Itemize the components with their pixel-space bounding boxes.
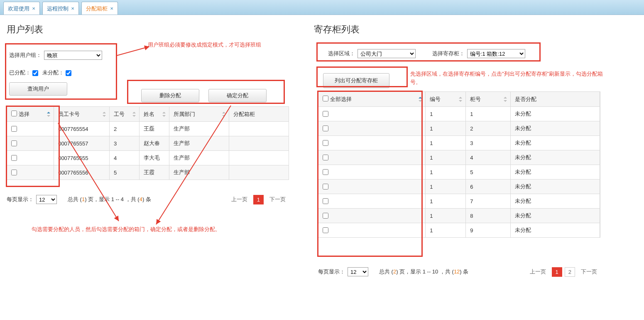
col-label: 工号 bbox=[114, 111, 125, 117]
annotation-text: 用户班组必须要修改成指定模式，才可选择班组 bbox=[148, 41, 261, 49]
cell-card: 0007765556 bbox=[54, 165, 110, 180]
select-all-checkbox[interactable] bbox=[11, 111, 17, 116]
row-checkbox[interactable] bbox=[323, 111, 328, 117]
col-select[interactable]: 选择 bbox=[7, 107, 54, 122]
locker-select[interactable]: 编号:1 箱数:12 bbox=[467, 49, 525, 58]
close-icon[interactable]: ✕ bbox=[71, 6, 74, 11]
user-table: 选择 员工卡号 工号 姓名 所属部门 分配箱柜 00077655542王磊生产部… bbox=[7, 106, 289, 180]
svg-line-0 bbox=[116, 47, 149, 56]
col-label: 编号 bbox=[430, 96, 441, 102]
cell-dept: 生产部 bbox=[169, 165, 229, 180]
tab-label: 欢迎使用 bbox=[8, 5, 29, 12]
next-page-button[interactable]: 下一页 bbox=[266, 194, 289, 204]
cell-serial: 1 bbox=[426, 165, 466, 180]
cell-assigned: 未分配 bbox=[510, 165, 600, 180]
row-checkbox[interactable] bbox=[323, 184, 328, 190]
col-serial[interactable]: 编号 bbox=[426, 92, 466, 107]
assigned-checkbox[interactable] bbox=[32, 70, 38, 76]
tab-label: 远程控制 bbox=[47, 5, 69, 12]
prev-page-button[interactable]: 上一页 bbox=[526, 267, 549, 277]
page-number-button[interactable]: 2 bbox=[565, 267, 575, 277]
tab-remote[interactable]: 远程控制 ✕ bbox=[42, 2, 79, 15]
col-assigned[interactable]: 是否分配 bbox=[510, 92, 600, 107]
row-checkbox[interactable] bbox=[323, 155, 328, 160]
cell-assigned: 未分配 bbox=[510, 180, 600, 194]
col-label: 所属部门 bbox=[174, 111, 195, 117]
table-row: 00077655554李大毛生产部 bbox=[7, 151, 289, 165]
cell-box: 8 bbox=[466, 209, 511, 223]
delete-assign-button[interactable]: 删除分配 bbox=[141, 89, 199, 102]
cell-locker bbox=[229, 122, 289, 136]
table-row: 18未分配 bbox=[318, 209, 600, 223]
user-list-title: 用户列表 bbox=[7, 23, 297, 36]
per-page-select[interactable]: 12 bbox=[36, 195, 57, 204]
per-page-label: 每页显示： bbox=[7, 196, 34, 203]
row-checkbox[interactable] bbox=[11, 126, 17, 132]
col-label: 是否分配 bbox=[515, 96, 536, 102]
user-group-select[interactable]: 晚班 bbox=[44, 51, 102, 60]
cell-serial: 1 bbox=[426, 180, 466, 194]
cell-dept: 生产部 bbox=[169, 151, 229, 165]
pager-summary: 总共 (1) 页，显示 1 -- 4 ，共 (4) 条 bbox=[68, 196, 151, 203]
table-row: 14未分配 bbox=[318, 150, 600, 165]
table-row: 00077655542王磊生产部 bbox=[7, 122, 289, 136]
col-dept[interactable]: 所属部门 bbox=[169, 107, 229, 122]
unassigned-checkbox[interactable] bbox=[66, 70, 71, 76]
col-label: 分配箱柜 bbox=[233, 111, 255, 117]
prev-page-button[interactable]: 上一页 bbox=[228, 194, 251, 204]
col-name[interactable]: 姓名 bbox=[139, 107, 169, 122]
locker-filter-group: 选择区域： 公司大门 选择寄存柜： 编号:1 箱数:12 bbox=[318, 43, 535, 67]
col-card[interactable]: 员工卡号 bbox=[54, 107, 110, 122]
cell-name: 王霞 bbox=[139, 165, 169, 180]
cell-serial: 1 bbox=[426, 194, 466, 209]
locker-list-title: 寄存柜列表 bbox=[314, 23, 638, 36]
row-checkbox[interactable] bbox=[323, 227, 328, 233]
cell-assigned: 未分配 bbox=[510, 107, 600, 121]
assign-actions-group: 删除分配 确定分配 bbox=[129, 81, 279, 110]
page-number-button[interactable]: 1 bbox=[552, 267, 562, 277]
select-all-checkbox[interactable] bbox=[323, 96, 328, 101]
table-row: 13未分配 bbox=[318, 136, 600, 150]
row-checkbox[interactable] bbox=[323, 126, 328, 131]
cell-workno: 3 bbox=[109, 136, 139, 151]
cell-serial: 1 bbox=[426, 136, 466, 150]
cell-name: 李大毛 bbox=[139, 151, 169, 165]
row-checkbox[interactable] bbox=[323, 169, 328, 175]
col-locker[interactable]: 分配箱柜 bbox=[229, 107, 289, 122]
list-assignable-button[interactable]: 列出可分配寄存柜 bbox=[323, 73, 389, 88]
col-label: 员工卡号 bbox=[58, 111, 80, 117]
table-row: 00077655565王霞生产部 bbox=[7, 165, 289, 180]
tab-label: 分配箱柜 bbox=[86, 5, 108, 12]
row-checkbox[interactable] bbox=[11, 170, 17, 175]
query-user-button[interactable]: 查询用户 bbox=[9, 82, 67, 96]
table-header-row: 全部选择 编号 柜号 是否分配 bbox=[318, 92, 600, 107]
row-checkbox[interactable] bbox=[323, 213, 328, 219]
tab-welcome[interactable]: 欢迎使用 ✕ bbox=[3, 2, 40, 15]
col-select-all[interactable]: 全部选择 bbox=[318, 92, 426, 107]
cell-name: 王磊 bbox=[139, 122, 169, 136]
next-page-button[interactable]: 下一页 bbox=[578, 267, 600, 277]
locker-table-wrap[interactable]: 全部选择 编号 柜号 是否分配 11未分配12未分配13未分配14未分配15未分… bbox=[318, 91, 600, 238]
cell-locker bbox=[229, 165, 289, 180]
cell-serial: 1 bbox=[426, 150, 466, 165]
cell-locker bbox=[229, 136, 289, 151]
cell-card: 0007765557 bbox=[54, 136, 110, 151]
cell-serial: 1 bbox=[426, 121, 466, 136]
page-number-button[interactable]: 1 bbox=[253, 195, 264, 204]
per-page-label: 每页显示： bbox=[318, 268, 345, 276]
cell-workno: 2 bbox=[109, 122, 139, 136]
close-icon[interactable]: ✕ bbox=[32, 6, 35, 11]
close-icon[interactable]: ✕ bbox=[110, 6, 113, 11]
tab-assign-locker[interactable]: 分配箱柜 ✕ bbox=[81, 2, 118, 15]
col-workno[interactable]: 工号 bbox=[109, 107, 139, 122]
col-box[interactable]: 柜号 bbox=[466, 92, 511, 107]
user-table-wrap: 选择 员工卡号 工号 姓名 所属部门 分配箱柜 00077655542王磊生产部… bbox=[7, 106, 289, 180]
row-checkbox[interactable] bbox=[323, 198, 328, 204]
row-checkbox[interactable] bbox=[11, 140, 17, 146]
per-page-select[interactable]: 12 bbox=[348, 267, 368, 276]
confirm-assign-button[interactable]: 确定分配 bbox=[208, 89, 267, 102]
table-row: 17未分配 bbox=[318, 194, 600, 209]
area-select[interactable]: 公司大门 bbox=[358, 49, 416, 58]
row-checkbox[interactable] bbox=[11, 155, 17, 161]
row-checkbox[interactable] bbox=[323, 140, 328, 146]
